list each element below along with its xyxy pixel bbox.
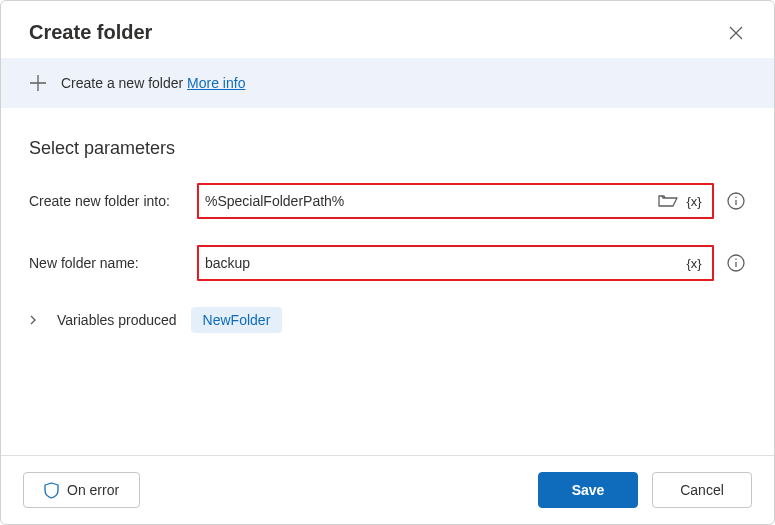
chevron-right-icon — [29, 314, 37, 326]
on-error-button[interactable]: On error — [23, 472, 140, 508]
more-info-link[interactable]: More info — [187, 75, 245, 91]
info-icon — [727, 192, 745, 210]
close-button[interactable] — [726, 23, 746, 43]
on-error-label: On error — [67, 482, 119, 498]
variable-picker-button-path[interactable]: {x} — [684, 191, 704, 211]
svg-point-1 — [735, 197, 737, 199]
close-icon — [729, 26, 743, 40]
info-icon — [727, 254, 745, 272]
content-area: Select parameters Create new folder into… — [1, 108, 774, 455]
footer-right: Save Cancel — [538, 472, 752, 508]
create-folder-dialog: Create folder Create a new folder More i… — [0, 0, 775, 525]
variables-toggle[interactable] — [29, 314, 43, 326]
dialog-footer: On error Save Cancel — [1, 455, 774, 524]
info-strip: Create a new folder More info — [1, 58, 774, 108]
section-title: Select parameters — [29, 138, 746, 159]
svg-point-4 — [735, 259, 737, 261]
help-button-name[interactable] — [726, 253, 746, 273]
help-button-path[interactable] — [726, 191, 746, 211]
shield-icon — [44, 482, 59, 499]
folder-open-icon — [658, 193, 678, 209]
param-label-name: New folder name: — [29, 255, 197, 271]
save-button[interactable]: Save — [538, 472, 638, 508]
variable-chip-newfolder[interactable]: NewFolder — [191, 307, 283, 333]
variables-produced-label: Variables produced — [57, 312, 177, 328]
input-wrap-path: {x} — [197, 183, 714, 219]
name-input[interactable] — [205, 255, 678, 271]
dialog-header: Create folder — [1, 1, 774, 58]
plus-icon — [29, 74, 47, 92]
variable-expression-icon: {x} — [686, 194, 701, 209]
input-wrap-name: {x} — [197, 245, 714, 281]
info-text-static: Create a new folder — [61, 75, 183, 91]
variable-picker-button-name[interactable]: {x} — [684, 253, 704, 273]
browse-folder-button[interactable] — [658, 191, 678, 211]
param-row-name: New folder name: {x} — [29, 245, 746, 281]
param-row-path: Create new folder into: {x} — [29, 183, 746, 219]
param-label-path: Create new folder into: — [29, 193, 197, 209]
cancel-button[interactable]: Cancel — [652, 472, 752, 508]
dialog-title: Create folder — [29, 21, 152, 44]
variables-produced-row: Variables produced NewFolder — [29, 307, 746, 333]
variable-expression-icon: {x} — [686, 256, 701, 271]
path-input[interactable] — [205, 193, 652, 209]
info-strip-text: Create a new folder More info — [61, 75, 245, 91]
